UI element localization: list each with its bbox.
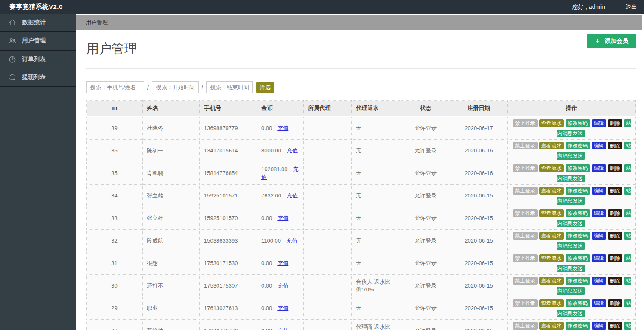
change-password-button[interactable]: 修改密码: [566, 322, 590, 330]
view-flow-button[interactable]: 查看流水: [539, 187, 564, 195]
search-keyword-input[interactable]: [86, 81, 144, 93]
edit-button[interactable]: 编辑: [592, 142, 606, 149]
edit-button[interactable]: 编辑: [592, 164, 606, 172]
table-header-row: ID姓名手机号金币所属代理代理返水状态注册日期操作: [87, 101, 636, 117]
view-flow-button[interactable]: 查看流水: [539, 119, 564, 127]
users-icon: [8, 37, 17, 45]
view-flow-button[interactable]: 查看流水: [539, 209, 564, 217]
page-title: 用户管理: [86, 40, 137, 58]
add-member-button[interactable]: ＋ 添加会员: [587, 34, 636, 48]
cell-date: 2020-06-15: [450, 297, 508, 320]
cell-agent: [304, 252, 352, 275]
delete-button[interactable]: 删除: [608, 254, 622, 262]
recharge-link[interactable]: 充值: [277, 327, 288, 330]
view-flow-button[interactable]: 查看流水: [539, 232, 564, 240]
cell-status: 允许登录: [401, 252, 450, 275]
edit-button[interactable]: 编辑: [592, 232, 606, 240]
gold-value: 0.00: [261, 305, 272, 311]
view-flow-button[interactable]: 查看流水: [539, 142, 564, 149]
ban-login-button[interactable]: 禁止登录: [513, 164, 538, 172]
edit-button[interactable]: 编辑: [592, 254, 606, 262]
recharge-link[interactable]: 充值: [277, 215, 288, 221]
sidebar-item-user-management[interactable]: 用户管理: [0, 32, 76, 50]
change-password-button[interactable]: 修改密码: [566, 209, 590, 217]
delete-button[interactable]: 删除: [608, 142, 622, 149]
recharge-link[interactable]: 充值: [287, 147, 298, 154]
cell-id: 27: [87, 320, 143, 330]
recharge-link[interactable]: 充值: [286, 237, 297, 244]
search-start-time-input[interactable]: [152, 81, 199, 93]
ban-login-button[interactable]: 禁止登录: [513, 299, 538, 307]
col-header-gold: 金币: [257, 101, 304, 117]
change-password-button[interactable]: 修改密码: [566, 277, 590, 285]
ban-login-button[interactable]: 禁止登录: [513, 119, 538, 127]
edit-button[interactable]: 编辑: [592, 277, 606, 285]
recharge-link[interactable]: 充值: [277, 260, 288, 266]
cell-date: 2020-06-15: [450, 185, 508, 207]
cell-phone: 17530175307: [200, 275, 257, 297]
delete-button[interactable]: 删除: [608, 232, 622, 240]
col-header-status: 状态: [401, 101, 450, 117]
sidebar-item-data-stats[interactable]: 数据统计: [0, 14, 76, 31]
ban-login-button[interactable]: 禁止登录: [513, 209, 538, 217]
cell-actions: 禁止登录查看流水修改密码编辑删除站内消息发送: [508, 185, 636, 207]
change-password-button[interactable]: 修改密码: [566, 254, 590, 262]
ban-login-button[interactable]: 禁止登录: [513, 142, 538, 149]
edit-button[interactable]: 编辑: [592, 322, 606, 330]
filter-button[interactable]: 筛选: [256, 82, 274, 93]
cell-agent: [304, 185, 352, 207]
delete-button[interactable]: 删除: [608, 277, 622, 285]
cell-rebate: 无: [352, 297, 401, 320]
gold-value: 0.00: [261, 215, 272, 221]
recharge-link[interactable]: 充值: [277, 305, 288, 311]
change-password-button[interactable]: 修改密码: [566, 299, 590, 307]
view-flow-button[interactable]: 查看流水: [539, 254, 564, 262]
cell-name: 很想: [143, 252, 200, 275]
delete-button[interactable]: 删除: [608, 187, 622, 195]
ban-login-button[interactable]: 禁止登录: [513, 254, 538, 262]
sidebar-item-withdraw-list[interactable]: 提现列表: [0, 68, 76, 86]
delete-button[interactable]: 删除: [608, 164, 622, 172]
edit-button[interactable]: 编辑: [592, 299, 606, 307]
view-flow-button[interactable]: 查看流水: [539, 322, 564, 330]
cell-rebate: 无: [352, 252, 401, 275]
ban-login-button[interactable]: 禁止登录: [513, 277, 538, 285]
cell-gold: 0.00充值: [257, 275, 304, 297]
ban-login-button[interactable]: 禁止登录: [513, 232, 538, 240]
recharge-link[interactable]: 充值: [277, 282, 288, 289]
delete-button[interactable]: 删除: [608, 119, 622, 127]
cell-phone: 15925101571: [200, 185, 257, 207]
cell-name: 张立雄: [143, 185, 200, 207]
table-row: 27蔡徐坤173467717760.00充值代理商 返水比例:23%允许登录20…: [87, 320, 636, 330]
cell-name: 还打不: [143, 275, 200, 297]
cell-rebate: 无: [352, 117, 401, 140]
delete-button[interactable]: 删除: [608, 299, 622, 307]
cell-id: 31: [87, 252, 143, 275]
recharge-link[interactable]: 充值: [287, 192, 298, 199]
ban-login-button[interactable]: 禁止登录: [513, 187, 538, 195]
view-flow-button[interactable]: 查看流水: [539, 299, 564, 307]
search-bar: / / 筛选: [86, 81, 636, 93]
view-flow-button[interactable]: 查看流水: [539, 277, 564, 285]
cell-date: 2020-06-16: [450, 162, 508, 185]
change-password-button[interactable]: 修改密码: [566, 232, 590, 240]
edit-button[interactable]: 编辑: [592, 187, 606, 195]
change-password-button[interactable]: 修改密码: [566, 119, 590, 127]
sidebar: 数据统计 用户管理 订单列表: [0, 14, 76, 330]
sidebar-item-order-list[interactable]: 订单列表: [0, 51, 76, 68]
delete-button[interactable]: 删除: [608, 209, 622, 217]
change-password-button[interactable]: 修改密码: [566, 142, 590, 149]
view-flow-button[interactable]: 查看流水: [539, 164, 564, 172]
change-password-button[interactable]: 修改密码: [566, 187, 590, 195]
change-password-button[interactable]: 修改密码: [566, 164, 590, 172]
gold-value: 0.00: [261, 125, 272, 131]
ban-login-button[interactable]: 禁止登录: [513, 322, 538, 330]
edit-button[interactable]: 编辑: [592, 119, 606, 127]
delete-button[interactable]: 删除: [608, 322, 622, 330]
edit-button[interactable]: 编辑: [592, 209, 606, 217]
col-header-actions: 操作: [508, 101, 636, 117]
gold-value: 0.00: [261, 282, 272, 289]
recharge-link[interactable]: 充值: [277, 125, 288, 131]
logout-link[interactable]: 退出: [625, 3, 637, 11]
search-end-time-input[interactable]: [206, 81, 253, 93]
